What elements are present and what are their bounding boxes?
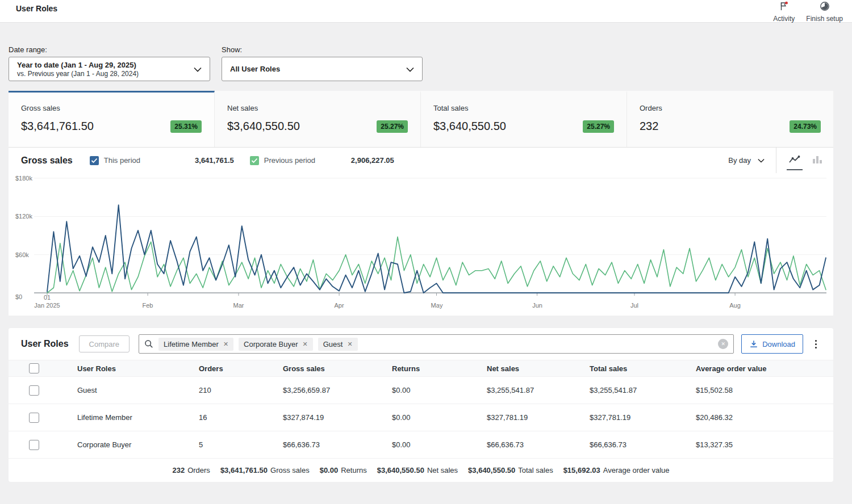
row-checkbox-cell	[9, 440, 77, 450]
summary-label: Average order value	[603, 466, 670, 474]
chart-type-line-button[interactable]	[788, 152, 801, 169]
filter-chip-guest[interactable]: Guest✕	[318, 338, 358, 351]
table-row-lifetime-member: Lifetime Member16$327,874.19$0.00$327,78…	[9, 404, 833, 431]
chip-remove-icon[interactable]: ✕	[223, 341, 228, 348]
clear-search-button[interactable]: ✕	[718, 339, 728, 349]
summary-average-order-value: $15,692.03Average order value	[563, 466, 670, 474]
chart-type-bar-button[interactable]	[812, 152, 823, 169]
this-period-checkbox[interactable]	[90, 156, 99, 165]
summary-value: $3,640,550.50	[377, 466, 424, 474]
summary-tile-net-sales[interactable]: Net sales$3,640,550.5025.27%	[215, 91, 421, 147]
table-toolbar: User Roles Compare Lifetime Member✕Corpo…	[9, 328, 833, 360]
chart-header: Gross sales This period 3,641,761.5 Prev…	[9, 148, 833, 173]
compare-button[interactable]: Compare	[79, 335, 130, 352]
activity-flag-icon	[779, 1, 789, 14]
x-tick-month: Jul	[615, 303, 654, 309]
x-axis-tick: Feb	[128, 303, 168, 309]
summary-value: $15,692.03	[563, 466, 600, 474]
x-tick-month: Feb	[128, 303, 168, 309]
finish-setup-button[interactable]: Finish setup	[800, 0, 849, 23]
cell-net-sales: $3,255,541.87	[487, 386, 590, 394]
cell-gross-sales: $327,874.19	[283, 413, 392, 422]
interval-value: By day	[728, 156, 751, 165]
row-checkbox[interactable]	[29, 413, 39, 423]
y-axis-tick: $180k	[15, 175, 32, 182]
chip-remove-icon[interactable]: ✕	[302, 341, 307, 348]
chevron-down-icon	[194, 64, 202, 74]
column-header-total-sales: Total sales	[590, 364, 696, 373]
summary-label: Total sales	[518, 466, 553, 474]
x-axis-tick: Jul	[615, 303, 654, 309]
cell-returns: $0.00	[392, 413, 487, 422]
select-all-checkbox[interactable]	[29, 363, 39, 373]
column-header-gross-sales: Gross sales	[283, 364, 392, 373]
summary-net-sales: $3,640,550.50Net sales	[377, 466, 458, 474]
summary-orders: 232Orders	[172, 466, 210, 474]
select-all-cell	[9, 363, 77, 373]
table-title: User Roles	[21, 339, 69, 349]
summary-returns: $0.00Returns	[320, 466, 367, 474]
tile-value: $3,641,761.50	[21, 120, 94, 133]
y-axis-tick: $60k	[15, 251, 29, 258]
cell-orders: 5	[199, 440, 283, 449]
row-checkbox[interactable]	[29, 385, 39, 396]
chart-title: Gross sales	[21, 156, 73, 166]
summary-tile-total-sales[interactable]: Total sales$3,640,550.5025.27%	[421, 91, 627, 147]
y-axis-tick: $120k	[15, 213, 32, 220]
show-select[interactable]: All User Roles	[222, 57, 423, 81]
tile-label: Gross sales	[21, 104, 202, 112]
tile-delta-badge: 25.31%	[170, 120, 202, 133]
summary-tile-orders[interactable]: Orders23224.73%	[627, 91, 833, 147]
x-axis-tick: Apr	[319, 303, 359, 309]
summary-value: 232	[172, 466, 185, 474]
show-selected-option: All User Roles	[230, 65, 406, 73]
chip-label: Lifetime Member	[164, 340, 219, 348]
previous-period-label: Previous period	[264, 156, 315, 165]
check-icon	[91, 158, 98, 163]
summary-label: Returns	[341, 466, 367, 474]
table-body: Guest210$3,256,659.87$0.00$3,255,541.87$…	[9, 377, 833, 459]
tile-value: 232	[640, 120, 658, 133]
table-row-guest: Guest210$3,256,659.87$0.00$3,255,541.87$…	[9, 377, 833, 404]
date-range-secondary: vs. Previous year (Jan 1 - Aug 28, 2024)	[17, 70, 194, 78]
activity-button[interactable]: Activity	[767, 0, 800, 23]
x-tick-month: Jan 2025	[27, 303, 67, 309]
cell-gross-sales: $66,636.73	[283, 440, 392, 449]
summary-label: Net sales	[427, 466, 458, 474]
tile-delta-badge: 25.27%	[377, 120, 408, 133]
cell-net-sales: $66,636.73	[487, 440, 590, 449]
row-checkbox[interactable]	[29, 440, 39, 450]
column-header-average-order-value: Average order value	[696, 364, 833, 373]
interval-select[interactable]: By day	[728, 156, 765, 165]
finish-setup-progress-icon	[820, 1, 830, 14]
chart-plot[interactable]	[9, 173, 833, 316]
summary-gross-sales: $3,641,761.50Gross sales	[220, 466, 310, 474]
summary-value: $3,641,761.50	[220, 466, 268, 474]
previous-period-checkbox[interactable]	[250, 156, 259, 165]
date-range-select[interactable]: Year to date (Jan 1 - Aug 29, 2025) vs. …	[9, 57, 210, 81]
chart-area: $180k$120k$60k$0 01Jan 2025FebMarAprMayJ…	[9, 173, 833, 316]
summary-label: Orders	[187, 466, 210, 474]
summary-tile-gross-sales[interactable]: Gross sales$3,641,761.5025.31%	[9, 91, 215, 147]
page-title: User Roles	[16, 4, 57, 13]
this-period-label: This period	[104, 156, 140, 165]
summary-tiles: Gross sales$3,641,761.5025.31%Net sales$…	[9, 91, 833, 148]
cell-user-roles: Lifetime Member	[77, 413, 199, 422]
summary-total-sales: $3,640,550.50Total sales	[468, 466, 553, 474]
show-value: All User Roles	[230, 65, 406, 73]
kebab-menu-button[interactable]	[809, 334, 822, 354]
cell-orders: 16	[199, 413, 283, 422]
date-range-value: Year to date (Jan 1 - Aug 29, 2025) vs. …	[17, 61, 194, 78]
chip-remove-icon[interactable]: ✕	[347, 341, 352, 348]
download-button[interactable]: Download	[741, 334, 803, 354]
table-summary: 232Orders$3,641,761.50Gross sales$0.00Re…	[9, 459, 833, 481]
filter-chip-lifetime-member[interactable]: Lifetime Member✕	[158, 338, 233, 351]
x-axis-tick: Aug	[715, 303, 755, 309]
column-header-net-sales: Net sales	[487, 364, 590, 373]
filter-chip-corporate-buyer[interactable]: Corporate Buyer✕	[239, 338, 313, 351]
tile-delta-badge: 24.73%	[790, 120, 821, 133]
row-checkbox-cell	[9, 413, 77, 423]
filter-chips: Lifetime Member✕Corporate Buyer✕Guest✕	[158, 338, 363, 351]
search-input[interactable]: Lifetime Member✕Corporate Buyer✕Guest✕ ✕	[139, 334, 734, 354]
topbar-actions: Activity Finish setup	[767, 0, 849, 23]
